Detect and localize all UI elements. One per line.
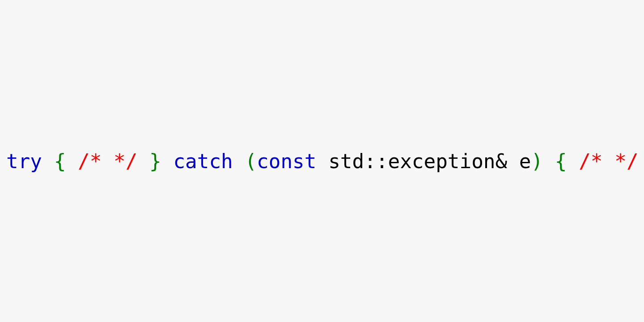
token-space	[137, 150, 149, 173]
token-space	[66, 150, 78, 173]
token-space	[161, 150, 174, 173]
token-const: const	[257, 150, 316, 173]
token-open-brace: {	[555, 150, 567, 173]
token-open-paren: (	[245, 150, 257, 173]
token-comment: /* */	[579, 150, 638, 173]
token-space	[233, 150, 245, 173]
token-close-paren: )	[531, 150, 543, 173]
token-catch: catch	[173, 150, 233, 173]
token-comment: /* */	[78, 150, 137, 173]
token-space	[543, 150, 555, 173]
token-try: try	[6, 150, 42, 173]
token-space	[639, 150, 644, 173]
token-exception-type: std::exception& e	[316, 150, 531, 173]
token-open-brace: {	[54, 150, 66, 173]
token-space	[567, 150, 579, 173]
token-close-brace: }	[149, 150, 161, 173]
code-snippet: try { /* */ } catch (const std::exceptio…	[0, 150, 644, 173]
token-space	[42, 150, 54, 173]
